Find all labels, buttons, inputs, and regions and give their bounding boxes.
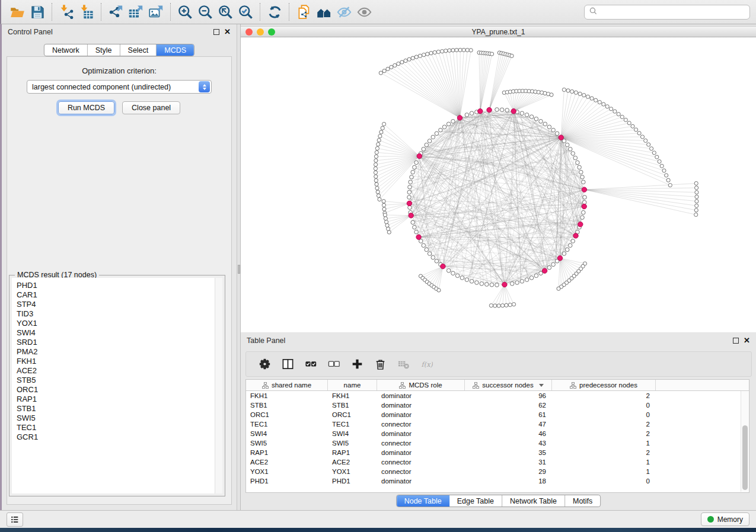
- mcds-result-item[interactable]: SWI4: [17, 328, 222, 338]
- table-panel-title: Table Panel: [247, 336, 285, 345]
- mcds-result-item[interactable]: STB1: [17, 404, 222, 414]
- mcds-result-item[interactable]: SWI5: [17, 414, 222, 423]
- mcds-result-list[interactable]: PHD1CAR1STP4TID3YOX1SWI4SRD1PMA2FKH1ACE2…: [12, 278, 222, 493]
- panel-divider[interactable]: [237, 24, 241, 510]
- mcds-result-item[interactable]: STP4: [17, 300, 222, 309]
- show-all-button[interactable]: [354, 2, 374, 21]
- search-field[interactable]: [584, 5, 750, 20]
- zoom-selected-button[interactable]: [235, 2, 256, 21]
- table-row[interactable]: SWI5SWI5connector431: [246, 438, 741, 448]
- refresh-button[interactable]: [264, 2, 285, 21]
- mcds-result-item[interactable]: TID3: [17, 309, 222, 319]
- minimize-window-icon[interactable]: [257, 28, 264, 36]
- table-row[interactable]: FKH1FKH1dominator962: [246, 391, 741, 400]
- tab-mcds[interactable]: MCDS: [157, 44, 194, 56]
- delete-columns-button[interactable]: [371, 355, 389, 373]
- network-canvas[interactable]: [241, 37, 756, 332]
- desktop-bottom-sliver: [0, 528, 756, 532]
- table-row[interactable]: TEC1TEC1connector472: [246, 419, 741, 429]
- mcds-result-item[interactable]: SRD1: [17, 338, 222, 347]
- close-window-icon[interactable]: [245, 28, 253, 36]
- mcds-result-item[interactable]: FKH1: [17, 357, 222, 366]
- tab-node-table[interactable]: Node Table: [397, 495, 449, 507]
- tab-edge-table[interactable]: Edge Table: [449, 495, 502, 507]
- mcds-result-item[interactable]: RAP1: [17, 395, 222, 404]
- table-scrollbar-thumb[interactable]: [742, 425, 748, 490]
- sort-desc-icon[interactable]: [539, 384, 544, 387]
- open-session-button[interactable]: [7, 2, 27, 21]
- divider-grip[interactable]: [238, 265, 240, 274]
- zoom-out-button[interactable]: [195, 2, 215, 21]
- cell-shared-name: YOX1: [246, 468, 328, 475]
- network-graph[interactable]: [241, 37, 756, 332]
- column-header-shared-name[interactable]: shared name: [246, 380, 328, 390]
- import-table-button[interactable]: [76, 2, 97, 21]
- status-bar: Memory: [0, 510, 756, 528]
- mcds-result-item[interactable]: YOX1: [17, 319, 222, 328]
- float-table-panel-icon[interactable]: [733, 338, 739, 344]
- first-neighbors-button[interactable]: [314, 2, 334, 21]
- search-input[interactable]: [601, 8, 745, 16]
- table-row[interactable]: ORC1ORC1dominator610: [246, 410, 741, 419]
- export-network-button[interactable]: [106, 2, 126, 21]
- tab-motifs[interactable]: Motifs: [565, 495, 600, 507]
- table-row[interactable]: STB1STB1dominator620: [246, 400, 741, 410]
- select-all-button[interactable]: [302, 355, 320, 373]
- search-icon: [589, 7, 598, 17]
- tab-network-table[interactable]: Network Table: [502, 495, 565, 507]
- network-window-title: YPA_prune.txt_1: [241, 28, 756, 36]
- table-row[interactable]: RAP1RAP1dominator352: [246, 448, 741, 457]
- column-header-name[interactable]: name: [328, 380, 377, 390]
- export-table-button[interactable]: [126, 2, 146, 21]
- criterion-select[interactable]: largest connected component (undirected): [27, 80, 212, 94]
- tab-style[interactable]: Style: [88, 44, 120, 56]
- mcds-result-item[interactable]: PMA2: [17, 347, 222, 357]
- cell-successor-nodes: 96: [465, 392, 552, 399]
- zoom-in-button[interactable]: [175, 2, 195, 21]
- table-mode-button[interactable]: [256, 355, 273, 373]
- column-header-predecessor-nodes[interactable]: predecessor nodes: [552, 380, 656, 390]
- zoom-window-icon[interactable]: [268, 28, 275, 36]
- zoom-out-icon: [197, 4, 213, 20]
- close-panel-button[interactable]: Close panel: [122, 101, 180, 114]
- memory-button[interactable]: Memory: [701, 512, 749, 526]
- mcds-result-item[interactable]: PHD1: [17, 281, 222, 290]
- network-window-titlebar[interactable]: YPA_prune.txt_1: [241, 26, 756, 37]
- table-row[interactable]: SWI4SWI4dominator462: [246, 429, 741, 438]
- save-session-button[interactable]: [27, 2, 47, 21]
- import-network-button[interactable]: [56, 2, 76, 21]
- mcds-result-item[interactable]: ORC1: [17, 385, 222, 395]
- show-columns-button[interactable]: [279, 355, 296, 373]
- table-panel-tabbar: Node TableEdge TableNetwork TableMotifs: [396, 495, 601, 507]
- show-panels-menu-button[interactable]: [7, 512, 23, 527]
- hide-selected-button[interactable]: [334, 2, 354, 21]
- table-row[interactable]: PHD1PHD1dominator180: [246, 476, 741, 486]
- tab-network[interactable]: Network: [44, 44, 88, 56]
- table-row[interactable]: ACE2ACE2connector311: [246, 457, 741, 467]
- mcds-result-item[interactable]: STB5: [17, 376, 222, 385]
- tab-select[interactable]: Select: [120, 44, 157, 56]
- column-header-MCDS-role[interactable]: MCDS role: [377, 380, 465, 390]
- table-scrollbar[interactable]: [741, 391, 748, 492]
- cell-MCDS-role: connector: [377, 421, 465, 428]
- mcds-result-scrollbar[interactable]: [215, 278, 222, 493]
- network-view-window: YPA_prune.txt_1: [241, 24, 756, 333]
- close-table-panel-icon[interactable]: ✕: [744, 338, 750, 344]
- cell-successor-nodes: 18: [465, 477, 552, 485]
- create-column-button[interactable]: [348, 355, 366, 373]
- run-mcds-button[interactable]: Run MCDS: [58, 101, 114, 114]
- export-image-button[interactable]: [146, 2, 166, 21]
- mcds-result-item[interactable]: TEC1: [17, 423, 222, 432]
- mcds-result-item[interactable]: ACE2: [17, 366, 222, 376]
- cell-predecessor-nodes: 2: [552, 430, 656, 437]
- close-panel-icon[interactable]: ✕: [224, 29, 231, 35]
- cell-shared-name: TEC1: [246, 421, 328, 428]
- clone-network-button[interactable]: [294, 2, 314, 21]
- zoom-fit-button[interactable]: [215, 2, 235, 21]
- table-row[interactable]: YOX1YOX1connector291: [246, 467, 741, 476]
- mcds-result-item[interactable]: GCR1: [17, 432, 222, 442]
- column-header-successor-nodes[interactable]: successor nodes: [465, 380, 552, 390]
- mcds-result-item[interactable]: CAR1: [17, 290, 222, 300]
- float-panel-icon[interactable]: [213, 29, 219, 35]
- deselect-all-button[interactable]: [325, 355, 343, 373]
